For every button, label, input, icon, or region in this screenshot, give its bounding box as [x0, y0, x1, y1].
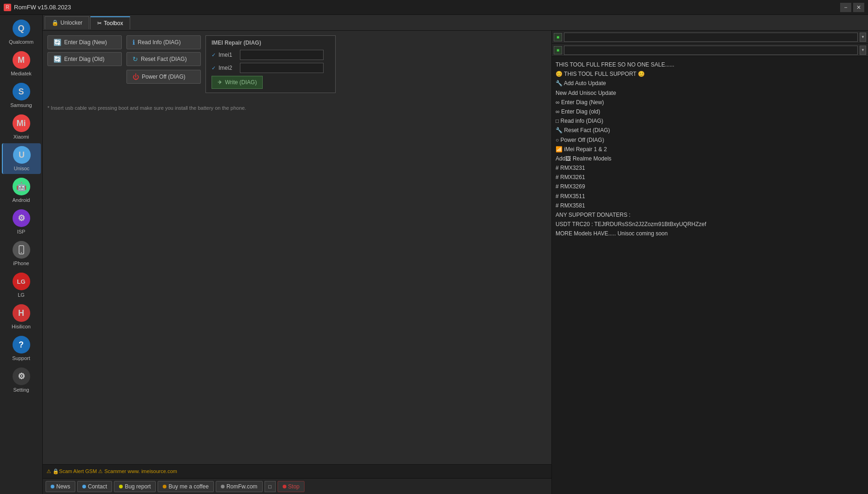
left-panel: 🔄 Enter Diag (New) 🔄 Enter Diag (Old)	[43, 31, 552, 494]
log-line: # RMX3269	[556, 182, 864, 191]
news-button[interactable]: News	[46, 481, 75, 492]
svg-point-1	[21, 252, 22, 253]
unisoc-icon: U	[13, 146, 31, 164]
imei1-check: ✓	[212, 52, 216, 58]
contact-dot	[82, 485, 86, 488]
diag-button-group: 🔄 Enter Diag (New) 🔄 Enter Diag (Old)	[47, 35, 122, 66]
log-line: New Add Unisoc Update	[556, 89, 864, 98]
android-icon: 🤖	[13, 178, 30, 195]
log-search-input-2[interactable]	[564, 46, 858, 55]
iphone-label: iPhone	[13, 260, 29, 266]
romfw-button[interactable]: RomFw.com	[216, 481, 263, 492]
samsung-label: Samsung	[10, 102, 32, 108]
panel-area: 🔄 Enter Diag (New) 🔄 Enter Diag (Old)	[43, 31, 868, 494]
sidebar-item-lg[interactable]: LGLG	[2, 270, 41, 300]
log-line: MORE Models HAVE..... Unisoc coming soon	[556, 229, 864, 238]
hisilicon-label: Hisilicon	[12, 324, 31, 329]
reset-fact-icon: ↻	[133, 55, 138, 63]
unisoc-label: Unisoc	[14, 166, 30, 171]
log-search-input[interactable]	[564, 33, 858, 42]
tab-toolbox-label: Toolbox	[104, 20, 123, 27]
enter-diag-new-icon: 🔄	[53, 39, 61, 46]
tool-top-row: 🔄 Enter Diag (New) 🔄 Enter Diag (Old)	[47, 35, 547, 93]
qualcomm-icon: Q	[13, 20, 30, 37]
support-icon: ?	[13, 336, 30, 354]
tool-content: 🔄 Enter Diag (New) 🔄 Enter Diag (Old)	[43, 31, 551, 464]
read-info-icon: ℹ	[133, 39, 135, 46]
reset-fact-button[interactable]: ↻ Reset Fact (DIAG)	[126, 52, 201, 66]
sidebar-item-setting[interactable]: ⚙Setting	[2, 365, 41, 395]
lock-icon: 🔒	[52, 20, 59, 26]
stop-button[interactable]: Stop	[278, 481, 305, 492]
log-green-btn-2[interactable]: ■	[554, 46, 562, 54]
support-label: Support	[12, 355, 30, 361]
power-off-icon: ⏻	[133, 73, 139, 80]
log-green-btn[interactable]: ■	[554, 33, 562, 41]
close-button[interactable]: ✕	[853, 3, 864, 12]
log-area: THIS TOOL FULL FREE SO NO ONE SALE......…	[552, 57, 868, 494]
enter-diag-old-button[interactable]: 🔄 Enter Diag (Old)	[47, 52, 122, 66]
power-off-button[interactable]: ⏻ Power Off (DIAG)	[126, 70, 201, 84]
sidebar-item-xiaomi[interactable]: MiXiaomi	[2, 112, 41, 142]
minimize-button[interactable]: −	[840, 3, 851, 12]
mediatek-icon: M	[13, 51, 30, 69]
read-info-button[interactable]: ℹ Read Info (DIAG)	[126, 35, 201, 49]
android-label: Android	[13, 197, 30, 203]
write-diag-icon: ✈	[218, 79, 222, 86]
setting-icon: ⚙	[13, 367, 30, 385]
imei2-input[interactable]	[240, 63, 324, 73]
imei1-input[interactable]	[240, 50, 324, 60]
imei1-label: Imei1	[219, 52, 237, 58]
info-button-group: ℹ Read Info (DIAG) ↻ Reset Fact (DIAG) ⏻…	[126, 35, 201, 84]
log-line: 😊 THIS TOOL FULL SUPPORT 😊	[556, 70, 864, 79]
hisilicon-icon: H	[13, 304, 30, 322]
log-line: 🔧 Reset Fact (DIAG)	[556, 126, 864, 135]
main-layout: QQualcommMMediatekSSamsungMiXiaomiUUniso…	[0, 15, 868, 494]
buy-coffee-button[interactable]: Buy me a coffee	[158, 481, 214, 492]
content-area: 🔒 Unlocker ✂ Toolbox 🔄 Enter	[43, 15, 868, 494]
sidebar-item-samsung[interactable]: SSamsung	[2, 80, 41, 111]
log-toolbar-2: ■ ▼	[552, 44, 868, 57]
app-icon: R	[4, 4, 11, 11]
log-line: # RMX3511	[556, 192, 864, 201]
bug-report-button[interactable]: Bug report	[114, 481, 156, 492]
enter-diag-old-icon: 🔄	[53, 55, 61, 63]
tab-unlocker[interactable]: 🔒 Unlocker	[45, 16, 89, 29]
title-bar: R RomFW v15.08.2023 − ✕	[0, 0, 868, 15]
lg-label: LG	[18, 292, 25, 298]
log-line: 📶 iMei Repair 1 & 2	[556, 145, 864, 154]
lg-icon: LG	[13, 273, 30, 290]
write-diag-button[interactable]: ✈ Write (DIAG)	[212, 76, 263, 89]
sidebar-item-mediatek[interactable]: MMediatek	[2, 48, 41, 79]
log-line: # RMX3231	[556, 164, 864, 173]
romfw-dot	[221, 485, 225, 488]
log-line: ○ Power Off (DIAG)	[556, 136, 864, 145]
log-toolbar: ■ ▼	[552, 31, 868, 44]
log-line: THIS TOOL FULL FREE SO NO ONE SALE......	[556, 60, 864, 69]
sidebar-item-qualcomm[interactable]: QQualcomm	[2, 17, 41, 47]
mediatek-label: Mediatek	[11, 71, 32, 76]
sidebar-item-android[interactable]: 🤖Android	[2, 175, 41, 206]
square-btn[interactable]: □	[265, 481, 276, 492]
log-scroll-btn-2[interactable]: ▼	[860, 46, 866, 55]
app-title: RomFW v15.08.2023	[14, 4, 71, 11]
coffee-dot	[163, 485, 166, 488]
sidebar-item-hisilicon[interactable]: HHisilicon	[2, 301, 41, 332]
log-line: 🔧 Add Auto Update	[556, 79, 864, 88]
sidebar-item-iphone[interactable]: iPhone	[2, 238, 41, 269]
enter-diag-new-button[interactable]: 🔄 Enter Diag (New)	[47, 35, 122, 49]
contact-button[interactable]: Contact	[77, 481, 112, 492]
window-controls: − ✕	[840, 3, 864, 12]
imei2-row: ✓ Imei2	[212, 63, 330, 73]
imei2-check: ✓	[212, 65, 216, 71]
sidebar-item-isp[interactable]: ⚙ISP	[2, 207, 41, 237]
iphone-icon	[13, 241, 30, 259]
tab-toolbox[interactable]: ✂ Toolbox	[90, 16, 130, 29]
title-bar-left: R RomFW v15.08.2023	[4, 4, 71, 11]
imei-group: IMEI Repair (DIAG) ✓ Imei1 ✓ Imei2	[205, 35, 336, 93]
imei-title: IMEI Repair (DIAG)	[212, 40, 330, 46]
notice-text: * Insert usb cable w/o pressing boot and…	[47, 100, 547, 111]
sidebar-item-support[interactable]: ?Support	[2, 333, 41, 364]
sidebar-item-unisoc[interactable]: UUnisoc	[2, 143, 41, 174]
log-scroll-btn[interactable]: ▼	[860, 33, 866, 42]
